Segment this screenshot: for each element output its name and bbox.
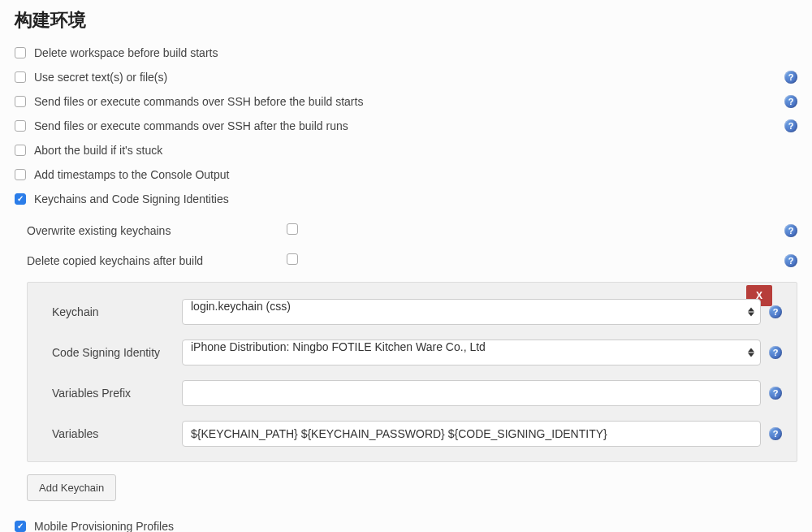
checkbox-mobile-provisioning[interactable] — [15, 521, 26, 532]
keychain-select[interactable]: login.keychain (css) — [182, 299, 761, 325]
form-label-var-prefix: Variables Prefix — [52, 387, 182, 400]
checkbox-overwrite-keychains[interactable] — [287, 223, 298, 235]
help-icon[interactable] — [784, 254, 797, 267]
sub-label: Delete copied keychains after build — [27, 254, 287, 267]
option-keychains: Keychains and Code Signing Identities — [15, 187, 797, 211]
option-label: Add timestamps to the Console Output — [34, 168, 797, 181]
row-variables: Variables — [52, 421, 782, 447]
help-icon[interactable] — [784, 95, 797, 108]
row-variables-prefix: Variables Prefix — [52, 380, 782, 406]
sub-option-overwrite: Overwrite existing keychains — [27, 215, 797, 245]
help-icon[interactable] — [784, 224, 797, 237]
add-keychain-button[interactable]: Add Keychain — [27, 474, 116, 501]
code-signing-select[interactable]: iPhone Distribution: Ningbo FOTILE Kitch… — [182, 340, 761, 365]
option-use-secret-text: Use secret text(s) or file(s) — [15, 65, 797, 89]
option-add-timestamps: Add timestamps to the Console Output — [15, 162, 797, 187]
option-ssh-before: Send files or execute commands over SSH … — [15, 89, 797, 114]
option-label: Send files or execute commands over SSH … — [34, 95, 784, 108]
help-icon[interactable] — [769, 346, 782, 359]
form-label-variables: Variables — [52, 427, 182, 440]
option-abort-stuck: Abort the build if it's stuck — [15, 138, 797, 162]
checkbox-keychains[interactable] — [15, 193, 26, 205]
build-env-options: Delete workspace before build starts Use… — [0, 41, 812, 513]
option-delete-workspace: Delete workspace before build starts — [15, 41, 797, 65]
variables-input[interactable] — [182, 421, 761, 447]
form-label-keychain: Keychain — [52, 305, 182, 318]
checkbox-add-timestamps[interactable] — [15, 169, 26, 180]
checkbox-ssh-before[interactable] — [15, 96, 26, 107]
checkbox-use-secret-text[interactable] — [15, 71, 26, 83]
help-icon[interactable] — [769, 387, 782, 400]
help-icon[interactable] — [769, 305, 782, 318]
option-label: Send files or execute commands over SSH … — [34, 119, 784, 132]
option-ssh-after: Send files or execute commands over SSH … — [15, 114, 797, 138]
option-label: Use secret text(s) or file(s) — [34, 71, 784, 84]
sub-label: Overwrite existing keychains — [27, 224, 287, 237]
row-keychain: Keychain login.keychain (css) — [52, 299, 782, 325]
row-code-signing: Code Signing Identity iPhone Distributio… — [52, 340, 782, 365]
option-label: Delete workspace before build starts — [34, 46, 797, 59]
option-label: Keychains and Code Signing Identities — [34, 192, 797, 205]
help-icon[interactable] — [784, 71, 797, 84]
option-mobile-provisioning: Mobile Provisioning Profiles — [0, 513, 812, 532]
form-label-code-signing: Code Signing Identity — [52, 346, 182, 359]
keychain-entry-panel: X Keychain login.keychain (css) Code Sig… — [27, 282, 797, 462]
variables-prefix-input[interactable] — [182, 380, 761, 406]
keychains-subsection: Overwrite existing keychains Delete copi… — [27, 211, 797, 513]
option-label: Mobile Provisioning Profiles — [34, 520, 797, 532]
sub-option-delete-after: Delete copied keychains after build — [27, 245, 797, 275]
checkbox-abort-stuck[interactable] — [15, 145, 26, 156]
checkbox-delete-workspace[interactable] — [15, 47, 26, 58]
section-title: 构建环境 — [0, 0, 812, 41]
help-icon[interactable] — [769, 427, 782, 440]
checkbox-ssh-after[interactable] — [15, 120, 26, 132]
checkbox-delete-after-build[interactable] — [287, 253, 298, 265]
option-label: Abort the build if it's stuck — [34, 144, 797, 157]
help-icon[interactable] — [784, 119, 797, 132]
